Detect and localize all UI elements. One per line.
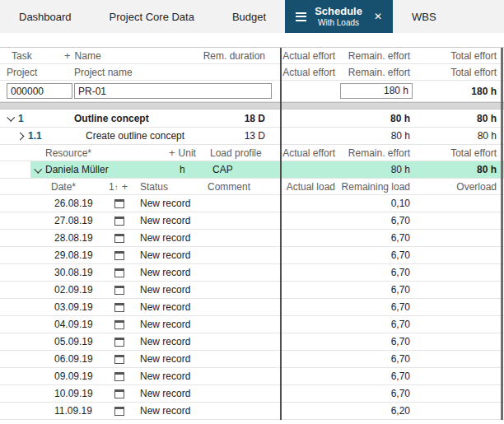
load-date: 05.09.19 [45,336,107,347]
task-row-1-1[interactable]: 1.1 Create outline concept 13 D 80 h 80 … [0,128,504,145]
collapse-resource-icon[interactable] [34,165,42,173]
calendar-icon[interactable] [114,286,124,295]
project-name-input[interactable] [74,83,272,99]
task-rem-duration: 13 D [189,130,281,142]
calendar-icon[interactable] [114,372,124,381]
section-separator [0,102,504,109]
load-row[interactable]: 02.09.19 New record 6,70 [0,282,504,299]
add-resource-icon[interactable]: + [169,147,175,158]
load-status: New record [132,249,208,261]
col-header-status[interactable]: Status [132,181,208,193]
calendar-icon[interactable] [114,355,124,364]
load-row[interactable]: 30.08.19 New record 6,70 [0,264,504,282]
load-date: 03.09.19 [45,301,107,313]
project-remain-effort-field[interactable]: 180 h [340,83,413,99]
load-remaining: 6,70 [340,215,415,226]
calendar-icon[interactable] [114,338,124,347]
tab-schedule-text: Schedule With Loads [315,5,362,28]
load-status: New record [132,267,208,278]
load-status: New record [132,301,208,313]
load-row[interactable]: 27.08.19 New record 6,70 [0,212,504,230]
col-header-comment[interactable]: Comment [208,181,281,193]
calendar-icon[interactable] [114,389,124,398]
tab-budget[interactable]: Budget [213,0,285,33]
load-status: New record [132,370,208,382]
tab-wbs[interactable]: WBS [393,0,455,33]
load-row[interactable]: 26.08.19 New record 0,10 [0,195,504,212]
calendar-icon[interactable] [114,407,124,416]
load-status: New record [132,388,208,399]
col-header-actual-load[interactable]: Actual load [281,181,340,193]
calendar-icon[interactable] [114,234,124,243]
task-header-row: Task + Name Rem. duration Actual effort … [0,48,504,64]
col-header-date[interactable]: Date* [45,181,107,193]
load-row[interactable]: 29.08.19 New record 6,70 [0,247,504,264]
sort-indicator[interactable]: 1↑ [109,181,119,193]
load-status: New record [132,405,208,417]
load-status: New record [132,198,208,209]
load-row[interactable]: 09.09.19 New record 6,70 [0,368,504,385]
col-header-actual-effort[interactable]: Actual effort [281,147,340,159]
calendar-icon[interactable] [114,199,124,208]
add-task-icon[interactable]: + [64,50,71,61]
load-date: 28.08.19 [45,232,107,244]
col-header-remain-effort[interactable]: Remain. effort [340,147,415,159]
col-header-remain-effort[interactable]: Remain. effort [340,50,415,62]
load-row[interactable]: 10.09.19 New record 6,70 [0,385,504,403]
load-row[interactable]: 11.09.19 New record 6,20 [0,403,504,420]
menu-icon[interactable] [296,12,306,21]
col-header-remaining-load[interactable]: Remaining load [340,181,415,193]
load-remaining: 6,70 [340,319,415,330]
col-header-overload[interactable]: Overload [415,181,504,193]
col-header-load-profile[interactable]: Load profile [210,147,281,159]
task-number: 1.1 [28,130,74,142]
load-date: 04.09.19 [45,319,107,330]
load-date: 26.08.19 [45,198,107,209]
resource-row[interactable]: Daniela Müller h CAP 80 h 80 h [0,161,504,179]
collapse-task-icon[interactable] [7,114,15,122]
calendar-icon[interactable] [114,320,124,329]
calendar-icon[interactable] [114,268,124,277]
load-row[interactable]: 04.09.19 New record 6,70 [0,316,504,333]
col-header-total-effort[interactable]: Total effort [415,50,504,62]
project-label: Project [0,67,68,78]
col-header-name[interactable]: Name [75,50,101,62]
load-row[interactable]: 06.09.19 New record 6,70 [0,351,504,368]
task-number: 1 [18,113,64,124]
project-total-effort-value: 180 h [415,86,504,97]
tab-bar: Dashboard Project Core Data Budget Sched… [0,0,504,33]
load-remaining: 6,20 [340,405,415,417]
calendar-icon[interactable] [114,303,124,312]
load-row[interactable]: 28.08.19 New record 6,70 [0,230,504,247]
add-load-icon[interactable]: + [122,181,128,192]
resource-unit: h [169,164,210,175]
project-row[interactable]: 180 h 180 h [0,81,504,102]
expand-task-icon[interactable] [16,132,25,140]
load-status: New record [132,336,208,347]
tab-project-core-data[interactable]: Project Core Data [91,0,213,33]
project-actual-effort-label: Actual effort [281,67,340,78]
calendar-icon[interactable] [114,251,124,260]
project-id-input[interactable] [7,83,72,99]
load-remaining: 0,10 [340,198,415,209]
load-row[interactable]: 03.09.19 New record 6,70 [0,299,504,316]
tab-dashboard[interactable]: Dashboard [0,0,91,33]
col-header-total-effort[interactable]: Total effort [415,147,504,159]
vertical-scrollbar[interactable] [501,48,503,420]
tab-schedule[interactable]: Schedule With Loads ✕ [285,0,393,33]
col-header-unit[interactable]: Unit [179,147,196,159]
calendar-icon[interactable] [114,217,124,226]
col-header-actual-effort[interactable]: Actual effort [281,50,340,62]
col-header-task[interactable]: Task [0,50,64,62]
close-icon[interactable]: ✕ [374,11,382,22]
col-header-rem-duration[interactable]: Rem. duration [189,50,281,62]
project-header-row: Project Project name Actual effort Remai… [0,64,504,81]
load-remaining: 6,70 [340,301,415,313]
task-rem-duration: 18 D [189,113,281,124]
schedule-table: Task + Name Rem. duration Actual effort … [0,47,504,420]
load-date: 02.09.19 [45,284,107,296]
col-header-resource[interactable]: Resource* [45,147,169,159]
load-row[interactable]: 05.09.19 New record 6,70 [0,333,504,351]
load-status: New record [132,319,208,330]
task-row-1[interactable]: 1 Outline concept 18 D 80 h 80 h [0,109,504,128]
